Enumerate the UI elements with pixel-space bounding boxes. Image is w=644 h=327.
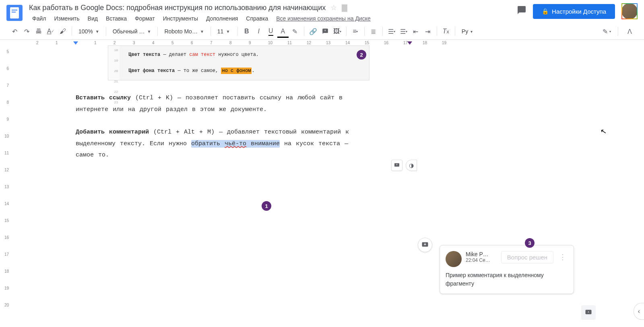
input-lang-dropdown[interactable]: Ру▾ <box>458 26 476 37</box>
annotation-badge-2: 2 <box>357 50 366 60</box>
lock-icon: 🔒 <box>542 8 549 14</box>
italic-button[interactable]: I <box>253 26 264 37</box>
menu-edit[interactable]: Изменить <box>51 14 83 23</box>
print-button[interactable]: 🖶 <box>33 26 44 37</box>
nested-line-1: Цвет текста — делает сам текст нужного ц… <box>128 51 353 60</box>
comment-body: Пример комментария к выделенному фрагмен… <box>446 271 568 288</box>
menu-help[interactable]: Справка <box>243 14 271 23</box>
insert-link-button[interactable]: 🔗 <box>308 26 319 37</box>
horizontal-ruler[interactable]: 2112345678910111213141516171819 <box>0 40 644 45</box>
side-panel-toggle[interactable]: ‹ <box>634 303 644 320</box>
paragraph-comment[interactable]: Добавить комментарий (Ctrl + Alt + M) — … <box>76 127 353 161</box>
clear-format-button[interactable]: Tx <box>440 26 452 37</box>
docs-logo[interactable] <box>6 5 23 21</box>
bold-button[interactable]: B <box>241 26 252 37</box>
editing-mode-button[interactable]: ✎▾ <box>601 26 612 37</box>
doc-title[interactable]: Как работать в Google Docs: подробная ин… <box>29 4 326 12</box>
menu-insert[interactable]: Вставка <box>103 14 130 23</box>
menu-file[interactable]: Файл <box>29 14 49 23</box>
resolve-button[interactable]: Вопрос решен <box>501 251 553 263</box>
line-spacing-button[interactable]: ≣ <box>368 26 379 37</box>
add-comment-round-button[interactable]: + <box>418 238 432 252</box>
svg-text:+: + <box>324 29 326 33</box>
comment-time: 22:04 Се… <box>466 257 494 263</box>
image-action-buttons: + ◑ <box>391 160 417 171</box>
folder-icon[interactable]: ▇ <box>342 3 347 12</box>
paint-format-button[interactable]: 🖌 <box>57 26 68 37</box>
fontsize-dropdown[interactable]: 11▼ <box>214 26 234 37</box>
comment-menu-icon[interactable]: ⋮ <box>557 251 568 263</box>
workspace: 567891011121314151617181920 18 19 20 21 … <box>0 45 644 317</box>
numbered-list-button[interactable]: ☰▾ <box>386 26 397 37</box>
menu-format[interactable]: Формат <box>132 14 158 23</box>
comments-history-icon[interactable] <box>517 5 526 17</box>
align-button[interactable]: ≡▾ <box>350 26 361 37</box>
collapse-toolbar-button[interactable]: ᐱ <box>624 26 635 37</box>
redo-button[interactable]: ↷ <box>21 26 32 37</box>
header: Как работать в Google Docs: подробная ин… <box>0 0 644 23</box>
suggest-fab[interactable]: ◑ <box>406 160 417 171</box>
embedded-image: 18 19 20 21 22 23 Цвет текста — делает с… <box>108 45 369 80</box>
decrease-indent-button[interactable]: ⇤ <box>410 26 421 37</box>
insert-comment-button[interactable]: + <box>320 26 331 37</box>
header-right: 🔒 Настройки Доступа <box>517 3 638 19</box>
font-dropdown[interactable]: Roboto Mo…▼ <box>161 26 207 37</box>
comment-avatar <box>446 251 462 267</box>
save-status[interactable]: Все изменения сохранены на Диске <box>273 14 374 23</box>
menu-addons[interactable]: Дополнения <box>203 14 241 23</box>
underline-button[interactable]: U <box>265 26 277 37</box>
bulleted-list-button[interactable]: ☰▾ <box>398 26 409 37</box>
selected-text: обратить чьё-то внимание <box>191 140 280 148</box>
text-color-button[interactable]: A <box>277 26 289 37</box>
user-avatar[interactable] <box>621 3 638 19</box>
comment-card[interactable]: Mike P… 22:04 Се… Вопрос решен ⋮ Пример … <box>440 245 574 294</box>
style-dropdown[interactable]: Обычный …▼ <box>109 26 155 37</box>
add-comment-fab[interactable]: + <box>391 160 402 171</box>
explore-button[interactable] <box>581 305 596 320</box>
svg-text:+: + <box>424 242 426 247</box>
insert-image-button[interactable]: 🖼▾ <box>332 26 343 37</box>
vertical-ruler[interactable]: 567891011121314151617181920 <box>0 45 11 317</box>
annotation-badge-3: 3 <box>525 238 535 248</box>
menu-view[interactable]: Вид <box>85 14 101 23</box>
annotation-badge-1: 1 <box>262 201 271 211</box>
doc-info: Как работать в Google Docs: подробная ин… <box>29 3 517 23</box>
document-page[interactable]: 18 19 20 21 22 23 Цвет текста — делает с… <box>39 45 390 317</box>
undo-button[interactable]: ↶ <box>9 26 20 37</box>
comment-author: Mike P… <box>466 251 494 257</box>
toolbar: ↶ ↷ 🖶 A✓ 🖌 100%▼ Обычный …▼ Roboto Mo…▼ … <box>0 23 644 40</box>
nested-line-2: Цвет фона текста — то же самое, но с фон… <box>128 67 353 76</box>
star-icon[interactable]: ☆ <box>330 3 337 12</box>
share-button[interactable]: 🔒 Настройки Доступа <box>533 4 615 19</box>
menubar: Файл Изменить Вид Вставка Формат Инструм… <box>29 14 517 23</box>
zoom-dropdown[interactable]: 100%▼ <box>75 26 103 37</box>
spellcheck-button[interactable]: A✓ <box>45 26 56 37</box>
increase-indent-button[interactable]: ⇥ <box>422 26 433 37</box>
share-label: Настройки Доступа <box>552 8 606 15</box>
menu-tools[interactable]: Инструменты <box>160 14 201 23</box>
highlight-button[interactable]: ✎ <box>289 26 301 37</box>
svg-text:+: + <box>396 163 398 167</box>
